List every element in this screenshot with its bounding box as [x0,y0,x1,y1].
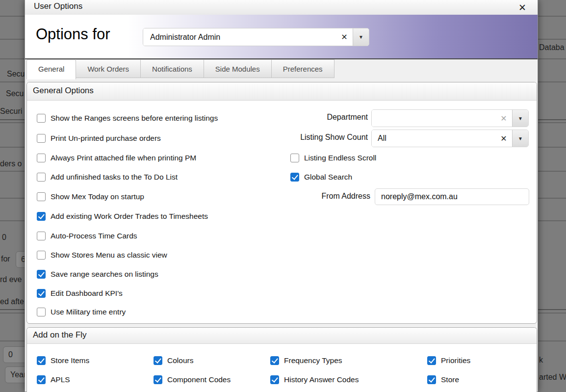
tab-work-orders[interactable]: Work Orders [76,59,141,78]
chevron-down-icon[interactable]: ▼ [353,28,369,46]
checkbox[interactable] [37,192,46,201]
option-label: APLS [51,375,70,384]
add-on-the-fly-header: Add on the Fly [27,328,537,344]
option-label: Save range searches on listings [51,270,158,279]
option-label: Colours [167,356,193,365]
checkbox[interactable] [270,375,279,384]
background-text: Secu [7,70,25,78]
clear-icon[interactable]: ✕ [495,110,512,127]
checkbox[interactable] [37,289,46,298]
option-row: Show Mex Today on startup [37,191,144,203]
from-address-input[interactable] [375,188,529,205]
option-label: Priorities [441,356,470,365]
checkbox[interactable] [290,154,299,162]
checkbox[interactable] [154,356,162,365]
option-label: Component Codes [167,375,231,384]
department-label: Department [221,113,368,122]
option-row: Save range searches on listings [37,268,158,280]
tab-general[interactable]: General [26,59,76,79]
option-label: Show Stores Menu as classic view [51,251,167,260]
checkbox[interactable] [37,154,46,162]
option-row: Component Codes [154,374,231,386]
option-row: Print Un-printed purchase orders [37,132,161,144]
checkbox[interactable] [37,114,46,123]
add-on-the-fly-group: Add on the Fly Store Items Colours Frequ… [26,327,537,392]
checkbox[interactable] [37,232,46,240]
background-text: ders o [0,159,22,168]
background-text: k [539,356,543,365]
listing-show-count-dropdown[interactable]: ✕ ▼ [371,130,529,147]
dialog-titlebar[interactable]: User Options ✕ [25,0,538,15]
general-options-group: General Options Show the Ranges screens … [26,82,537,324]
close-icon[interactable]: ✕ [516,1,529,14]
clear-icon[interactable]: ✕ [495,130,512,147]
background-text: for [1,255,10,263]
checkbox[interactable] [290,173,299,182]
option-label: Store [441,375,459,384]
group-title: Add on the Fly [27,328,537,340]
chevron-down-icon[interactable]: ▼ [512,130,528,147]
group-title: General Options [27,82,537,96]
option-label: Edit Dashboard KPI's [51,289,123,298]
background-text: Secu [6,89,24,98]
option-row: Store Items [37,355,89,366]
checkbox[interactable] [37,212,46,221]
option-row: Show the Ranges screens before entering … [37,112,218,124]
background-text: Securi [0,107,22,116]
checkbox[interactable] [37,308,46,316]
listing-show-count-value[interactable] [372,130,495,147]
option-label: Use Military time entry [51,308,126,316]
option-row: Add existing Work Order Trades to Timesh… [37,210,208,222]
dialog-title: User Options [34,1,82,11]
options-for-label: Options for [36,26,110,43]
option-label: Global Search [304,173,352,182]
option-label: Show Mex Today on startup [51,192,144,201]
checkbox[interactable] [37,270,46,279]
tab-side-modules[interactable]: Side Modules [204,59,272,78]
checkbox[interactable] [37,356,46,365]
checkbox[interactable] [37,251,46,260]
option-row: Global Search [290,171,352,183]
tab-preferences[interactable]: Preferences [272,59,334,78]
option-label: Print Un-printed purchase orders [51,134,161,143]
checkbox[interactable] [427,356,436,365]
option-row: APLS [37,374,70,386]
department-dropdown[interactable]: ✕ ▼ [371,109,529,127]
option-row: Show Stores Menu as classic view [37,249,167,261]
option-row: Auto-Process Time Cards [37,230,137,242]
option-label: Add existing Work Order Trades to Timesh… [51,212,208,221]
checkbox[interactable] [154,375,162,384]
option-row: Priorities [427,355,470,366]
listing-show-count-label: Listing Show Count [221,133,368,142]
background-text: 0 [2,233,6,242]
user-combobox[interactable]: ✕ ▼ [143,28,369,46]
checkbox[interactable] [37,173,46,182]
user-options-dialog: User Options ✕ Options for ✕ ▼ General W… [25,0,538,392]
checkbox[interactable] [37,134,46,143]
option-label: Show the Ranges screens before entering … [51,114,218,123]
checkbox[interactable] [427,375,436,384]
option-label: Frequency Types [284,356,342,365]
background-text: rd eve [0,275,22,284]
department-value[interactable] [372,110,495,127]
option-row: Edit Dashboard KPI's [37,287,123,299]
from-address-label: From Address [223,192,370,201]
checkbox[interactable] [270,356,279,365]
option-row: History Answer Codes [270,374,359,386]
option-label: History Answer Codes [284,375,359,384]
options-for-header: Options for ✕ ▼ [25,15,538,59]
background-text: Databa [539,43,565,52]
clear-icon[interactable]: ✕ [336,28,353,46]
option-row: Store [427,374,459,386]
option-row: Frequency Types [270,355,342,366]
user-combobox-value[interactable] [143,28,336,46]
option-row: Add unfinished tasks to the To Do List [37,171,178,183]
tab-notifications[interactable]: Notifications [141,59,204,78]
option-label: Auto-Process Time Cards [51,232,137,240]
option-label: Listing Endless Scroll [304,154,376,162]
option-row: Always Print attached file when printing… [37,152,196,164]
background-text: arted W [539,373,566,382]
checkbox[interactable] [37,375,46,384]
chevron-down-icon[interactable]: ▼ [512,110,528,127]
general-options-header: General Options [27,82,537,101]
